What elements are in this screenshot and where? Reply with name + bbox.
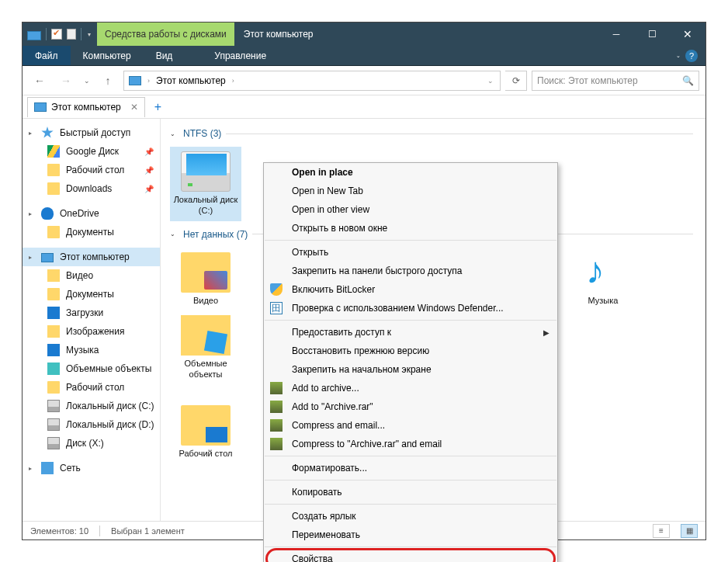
group-header-ntfs[interactable]: ⌄ NTFS (3)	[170, 128, 705, 139]
help-icon[interactable]: ?	[685, 50, 698, 62]
item-music[interactable]: Музыка	[567, 248, 639, 311]
properties-icon[interactable]	[67, 29, 76, 40]
close-button[interactable]: ✕	[670, 23, 705, 46]
context-menu-item[interactable]: Восстановить прежнюю версию	[264, 342, 557, 360]
maximize-button[interactable]: ☐	[634, 23, 670, 46]
ribbon-help[interactable]: ⌄ ?	[668, 46, 705, 65]
sidebar-network[interactable]: ▸Сеть	[23, 459, 160, 477]
context-menu-item[interactable]: Создать ярлык	[264, 507, 557, 526]
tab-manage[interactable]: Управление	[202, 46, 279, 65]
sidebar-item-downloads[interactable]: Загрузки	[23, 304, 160, 322]
address-bar: ← → ⌄ ↑ › Этот компьютер › ⌄ ⟳ Поиск: Эт…	[23, 66, 705, 95]
sidebar-quick-access[interactable]: ▸Быстрый доступ	[23, 123, 160, 142]
sidebar-item-documents[interactable]: Документы	[23, 285, 160, 304]
context-menu-item[interactable]: Compress and email...	[264, 416, 557, 435]
sidebar-item-drive-x[interactable]: Диск (X:)	[23, 434, 160, 453]
cube-icon	[181, 315, 231, 356]
context-menu-item[interactable]: Открыть в новом окне	[264, 219, 557, 238]
sidebar-item-images[interactable]: Изображения	[23, 322, 160, 341]
window-tab[interactable]: Этот компьютер ✕	[27, 97, 145, 117]
chevron-right-icon: ▶	[543, 328, 549, 337]
item-drive-c[interactable]: Локальный диск (C:)	[170, 147, 241, 221]
separator	[46, 28, 47, 40]
sidebar-item-googledrive[interactable]: Google Диск📌	[23, 142, 160, 161]
menu-item-label: Проверка с использованием Windows Defend…	[292, 303, 504, 314]
sidebar-item-video[interactable]: Видео	[23, 266, 160, 285]
tab-computer[interactable]: Компьютер	[71, 46, 144, 65]
separator	[265, 456, 556, 456]
sidebar-item-3dobjects[interactable]: Объемные объекты	[23, 359, 160, 378]
chevron-right-icon[interactable]: ›	[146, 77, 151, 85]
pin-icon: 📌	[144, 147, 154, 156]
view-details-button[interactable]: ≡	[653, 524, 670, 538]
breadcrumb-label[interactable]: Этот компьютер	[156, 75, 226, 86]
network-icon	[41, 462, 54, 474]
sidebar-item-downloads[interactable]: Downloads📌	[23, 179, 160, 198]
new-tab-button[interactable]: +	[145, 100, 171, 114]
chevron-down-icon[interactable]: ⌄	[170, 130, 175, 137]
context-menu-item[interactable]: Форматировать...	[264, 459, 557, 477]
chevron-down-icon[interactable]: ⌄	[676, 53, 681, 59]
folder-icon	[47, 226, 60, 238]
context-menu-item[interactable]: Свойства	[264, 550, 557, 562]
context-menu-item[interactable]: Open in place	[264, 163, 557, 182]
context-menu-item[interactable]: Переименовать	[264, 526, 557, 544]
menu-item-label: Переименовать	[292, 529, 360, 540]
folder-icon	[47, 288, 60, 300]
item-desktop[interactable]: Рабочий стол	[170, 401, 241, 464]
context-menu-item[interactable]: Add to archive...	[264, 379, 557, 397]
drive-icon	[47, 437, 60, 449]
chevron-down-icon[interactable]: ⌄	[170, 231, 175, 238]
context-menu-item[interactable]: Открыть	[264, 243, 557, 262]
close-tab-icon[interactable]: ✕	[130, 102, 138, 113]
chevron-down-icon[interactable]: ⌄	[486, 77, 495, 85]
checkbox-icon[interactable]	[51, 29, 62, 40]
menu-item-label: Закрепить на панели быстрого доступа	[292, 265, 463, 276]
context-menu-item[interactable]: Add to "Archive.rar"	[264, 397, 557, 416]
chevron-right-icon[interactable]: ›	[231, 77, 236, 85]
context-menu-item[interactable]: Предоставить доступ к▶	[264, 323, 557, 342]
context-menu-item[interactable]: Open in New Tab	[264, 182, 557, 200]
menu-item-label: Восстановить прежнюю версию	[292, 345, 429, 356]
sidebar-this-pc[interactable]: ▸Этот компьютер	[23, 248, 160, 266]
context-menu-item[interactable]: Закрепить на панели быстрого доступа	[264, 262, 557, 280]
drive-icon	[181, 151, 231, 192]
item-video[interactable]: Видео	[170, 248, 241, 311]
contextual-tab-label: Средства работы с дисками	[97, 23, 234, 46]
folder-icon	[47, 164, 60, 176]
music-icon	[578, 252, 628, 293]
chevron-down-icon[interactable]: ▾	[86, 31, 92, 38]
up-button[interactable]: ↑	[97, 70, 119, 92]
download-icon	[47, 307, 60, 319]
sidebar-item-desktop[interactable]: Рабочий стол📌	[23, 161, 160, 179]
refresh-button[interactable]: ⟳	[505, 71, 527, 91]
breadcrumb[interactable]: › Этот компьютер › ⌄	[123, 71, 501, 91]
forward-button[interactable]: →	[55, 70, 77, 92]
sidebar-item-desktop[interactable]: Рабочий стол	[23, 378, 160, 397]
separator	[81, 28, 81, 40]
context-menu-item[interactable]: Open in other view	[264, 200, 557, 219]
context-menu-item[interactable]: Закрепить на начальном экране	[264, 360, 557, 379]
search-input[interactable]: Поиск: Этот компьютер 🔍	[532, 71, 699, 91]
minimize-button[interactable]: ─	[598, 23, 634, 46]
context-menu-item[interactable]: Включить BitLocker	[264, 280, 557, 299]
context-menu-item[interactable]: Compress to "Archive.rar" and email	[264, 435, 557, 453]
context-menu-item[interactable]: Копировать	[264, 483, 557, 501]
tab-view[interactable]: Вид	[144, 46, 185, 65]
back-button[interactable]: ←	[29, 70, 50, 92]
sidebar-item-documents[interactable]: Документы	[23, 223, 160, 241]
sidebar-item-music[interactable]: Музыка	[23, 341, 160, 359]
item-3dobjects[interactable]: Объемные объекты	[170, 310, 241, 385]
sidebar-onedrive[interactable]: ▸OneDrive	[23, 204, 160, 223]
status-item-count: Элементов: 10	[30, 526, 88, 536]
rar-icon	[270, 438, 283, 450]
sidebar-item-drive-c[interactable]: Локальный диск (C:)	[23, 397, 160, 415]
context-menu-item[interactable]: Проверка с использованием Windows Defend…	[264, 299, 557, 317]
video-icon	[47, 269, 60, 282]
sidebar-item-drive-d[interactable]: Локальный диск (D:)	[23, 415, 160, 434]
menu-item-label: Open in New Tab	[292, 186, 363, 196]
view-icons-button[interactable]: ▦	[681, 524, 698, 538]
file-tab[interactable]: Файл	[23, 46, 71, 65]
window-tabs: Этот компьютер ✕ +	[23, 95, 705, 119]
history-chevron[interactable]: ⌄	[81, 70, 92, 92]
